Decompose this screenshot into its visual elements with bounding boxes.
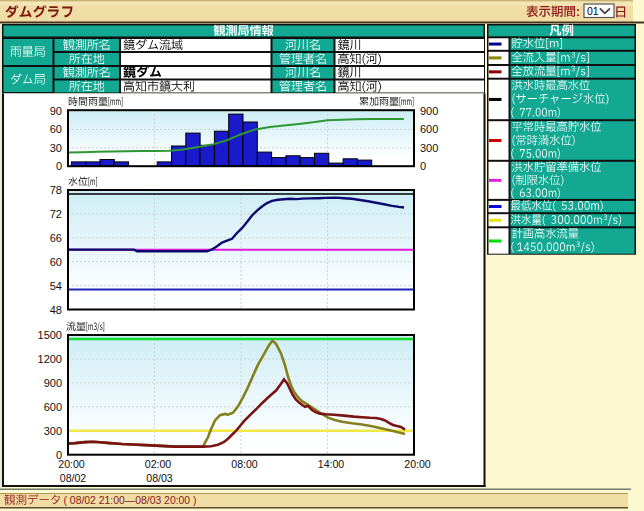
svg-text:0: 0 [56,160,62,172]
svg-text:60: 60 [50,123,62,135]
svg-text:0: 0 [420,160,426,172]
svg-text:900: 900 [420,105,438,117]
svg-text:02:00: 02:00 [145,458,172,470]
svg-text:300: 300 [44,425,62,437]
svg-text:54: 54 [50,280,62,292]
svg-text:600: 600 [44,401,62,413]
svg-text:66: 66 [50,232,62,244]
svg-text:78: 78 [50,184,62,196]
svg-text:48: 48 [50,304,62,316]
svg-text:1200: 1200 [38,353,62,365]
svg-text:600: 600 [420,123,438,135]
svg-text:( 08/02 21:00—08/03 20:00 ): ( 08/02 21:00—08/03 20:00 ) [64,494,197,506]
svg-text:20:00: 20:00 [404,458,431,470]
svg-text:90: 90 [50,105,62,117]
svg-text:900: 900 [44,377,62,389]
svg-text:72: 72 [50,208,62,220]
svg-text:1500: 1500 [38,329,62,341]
svg-text:08/02: 08/02 [60,472,87,484]
svg-text:08:00: 08:00 [231,458,258,470]
svg-text:01: 01 [587,5,599,17]
svg-text:60: 60 [50,256,62,268]
svg-text:300: 300 [420,142,438,154]
svg-text:08/03: 08/03 [146,472,173,484]
svg-text:20:00: 20:00 [58,458,85,470]
svg-text:14:00: 14:00 [318,458,345,470]
svg-text:30: 30 [50,142,62,154]
